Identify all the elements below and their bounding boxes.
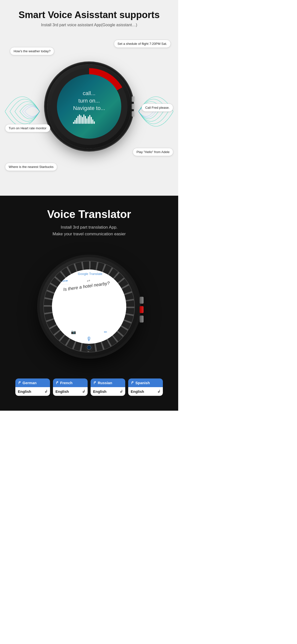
bubble-call: Call Fred please.	[142, 104, 173, 112]
lang-card-spanish: ↱ Spanish English ↲	[128, 378, 163, 396]
lang-german-label: German	[22, 381, 37, 385]
arrow-icon-3: ↱	[93, 380, 96, 385]
gt-title: Google Translate	[78, 272, 102, 276]
bubble-weather: How's the weather today?	[10, 47, 54, 55]
bubble-play: Play "Hello" from Adele	[133, 148, 173, 156]
lang-english-label-2: English	[55, 389, 69, 394]
bubble-flight: Set a shedule of flight 7:20PM Sat.	[114, 40, 171, 48]
arrow-down-icon-2: ↲	[82, 389, 85, 394]
lang-card-french-bottom: English ↲	[53, 387, 88, 396]
watch-camera-bottom	[85, 344, 93, 351]
lang-card-spanish-top: ↱ Spanish	[128, 378, 163, 387]
watch-outer-ring: call... turn on... Navigate to...	[47, 64, 131, 148]
watch-cmd-3: Navigate to...	[73, 105, 105, 112]
mic-icon: 🎙	[86, 336, 92, 342]
watch-cmd-2: turn on...	[73, 98, 105, 104]
watch-btn-middle	[132, 104, 135, 109]
lang-from-label: English▾	[55, 279, 68, 282]
lang-card-german-bottom: English ↲	[15, 387, 50, 396]
lang-card-french-top: ↱ French	[53, 378, 88, 387]
page-title: Smart Voice Asisstant supports	[5, 10, 173, 20]
watch-cmd-1: call...	[73, 90, 105, 96]
watch-side-buttons	[132, 96, 135, 117]
language-cards-container: ↱ German English ↲ ↱ French English ↲ ↱	[5, 376, 173, 401]
smartwatch-voice: call... turn on... Navigate to...	[47, 64, 131, 158]
lang-english-label-3: English	[93, 389, 106, 394]
arrow-down-icon-1: ↲	[44, 389, 47, 394]
bubble-heartrate: Turn on Heart rate monitor	[5, 124, 50, 132]
lang-card-russian-bottom: English ↲	[91, 387, 125, 396]
translator-watch-area: ≡ Google Translate English▾ ⇄ Spanish▾	[5, 245, 173, 368]
arrow-icon: ↱	[18, 380, 21, 385]
lang-english-label-4: English	[131, 389, 144, 394]
sound-wave-bars	[73, 114, 105, 124]
voice-translator-section: Voice Translator Install 3rd part transl…	[0, 196, 178, 411]
lang-card-spanish-bottom: English ↲	[128, 387, 163, 396]
arrow-down-icon-3: ↲	[120, 389, 123, 394]
watch-btn-bottom	[132, 111, 135, 117]
translator-subtitle: Install 3rd part translation App. Make y…	[5, 224, 173, 237]
arrow-down-icon-4: ↲	[157, 389, 160, 394]
translated-text: Is there a hotel nearby?	[52, 277, 126, 328]
lang-card-russian: ↱ Russian English ↲	[91, 378, 125, 396]
lang-card-german-top: ↱ German	[15, 378, 50, 387]
google-translate-header: ≡ Google Translate	[52, 270, 126, 278]
translator-side-buttons	[140, 297, 144, 322]
trans-btn-top	[140, 297, 144, 304]
trans-btn-bottom	[140, 316, 144, 322]
translator-title: Voice Translator	[5, 208, 173, 220]
translator-watch-screen: ≡ Google Translate English▾ ⇄ Spanish▾	[52, 270, 126, 344]
voice-watch-area: call... turn on... Navigate to...	[5, 32, 173, 191]
watch-btn-top	[132, 96, 135, 102]
voice-assistant-section: Smart Voice Asisstant supports Install 3…	[0, 0, 178, 196]
bubble-starbucks: Where is the nearest Starbucks	[5, 163, 57, 171]
watch-commands: call... turn on... Navigate to...	[70, 87, 108, 126]
lang-russian-label: Russian	[98, 381, 112, 385]
lang-card-russian-top: ↱ Russian	[91, 378, 125, 387]
translate-action-icons: 📷 ✏	[52, 328, 126, 336]
lang-spanish-label: Spanish	[135, 381, 150, 385]
handwriting-icon: ✏	[104, 330, 107, 334]
lang-french-label: French	[60, 381, 72, 385]
menu-icon: ≡	[54, 272, 56, 276]
arrow-icon-4: ↱	[131, 380, 134, 385]
section1-subtitle: Install 3rd part voice asisstant App(Goo…	[5, 23, 173, 27]
trans-btn-red	[140, 306, 144, 313]
watch-display: call... turn on... Navigate to...	[57, 74, 121, 139]
camera-icon: 📷	[71, 330, 76, 334]
watch-bezel: call... turn on... Navigate to...	[51, 68, 127, 145]
lang-card-german: ↱ German English ↲	[15, 378, 50, 396]
lang-english-label-1: English	[18, 389, 31, 394]
translator-watch-bezel: ≡ Google Translate English▾ ⇄ Spanish▾	[43, 261, 135, 352]
arrow-icon-2: ↱	[55, 380, 59, 385]
translator-watch-outer: ≡ Google Translate English▾ ⇄ Spanish▾	[40, 257, 139, 356]
lang-card-french: ↱ French English ↲	[53, 378, 88, 396]
